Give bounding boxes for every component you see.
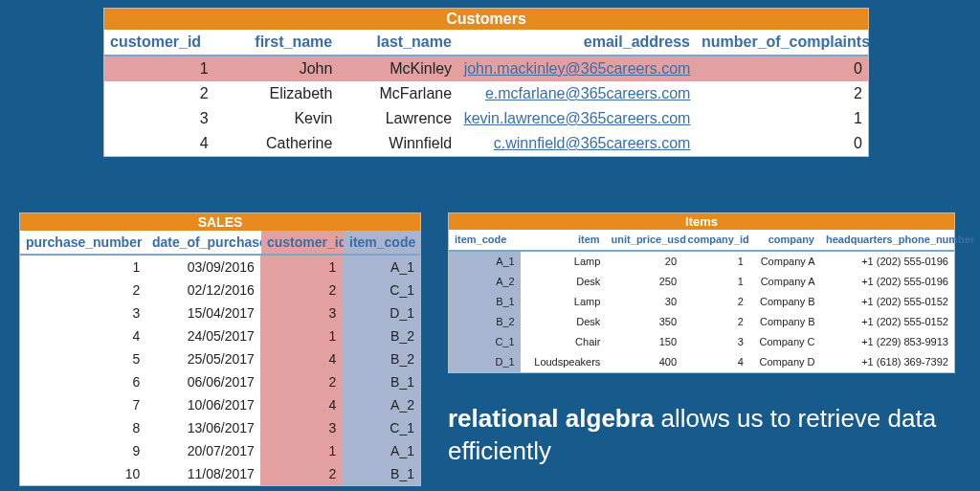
caption-bold: relational algebra	[448, 404, 654, 433]
col-hq-phone: headquarters_phone_number	[820, 230, 954, 250]
table-row: 2ElizabethMcFarlanee.mcfarlane@365career…	[104, 81, 868, 106]
cell-item: Chair	[521, 332, 607, 352]
sales-header-row: purchase_number date_of_purchase custome…	[20, 231, 420, 256]
cell-email[interactable]: john.mackinley@365careers.com	[457, 56, 696, 81]
cell-last: McFarlane	[338, 81, 457, 106]
cell-complaints: 2	[696, 81, 868, 106]
cell-phone: +1 (202) 555-0196	[821, 272, 954, 292]
cell-item: Loudspeakers	[521, 352, 607, 372]
table-row: 4CatherineWinnfieldc.winnfield@365career…	[104, 131, 868, 156]
cell-cust: 2	[260, 279, 343, 301]
cell-num: 6	[20, 370, 145, 393]
table-row: 813/06/20173C_1	[20, 416, 420, 439]
cell-item: Desk	[521, 312, 607, 332]
cell-item: C_1	[342, 279, 420, 301]
cell-code: C_1	[449, 332, 521, 352]
cell-first: John	[214, 56, 339, 81]
cell-company: Company B	[749, 312, 821, 332]
cell-num: 10	[20, 462, 145, 485]
cell-code: B_1	[449, 292, 521, 312]
cell-date: 13/06/2017	[145, 416, 259, 439]
table-row: 315/04/20173D_1	[20, 301, 420, 324]
cell-num: 3	[20, 301, 145, 324]
cell-company: Company D	[749, 352, 821, 372]
customers-header-row: customer_id first_name last_name email_a…	[104, 30, 868, 56]
cell-num: 8	[20, 416, 145, 439]
table-row: 525/05/20174B_2	[20, 347, 420, 370]
cell-cid: 2	[682, 292, 749, 312]
cell-cid: 4	[682, 352, 749, 372]
cell-cid: 1	[682, 252, 749, 272]
table-row: A_2Desk2501Company A+1 (202) 555-0196	[449, 272, 954, 292]
cell-item: D_1	[342, 301, 420, 324]
cell-item: B_1	[342, 370, 420, 393]
cell-cust: 1	[260, 324, 343, 347]
table-row: 920/07/20171A_1	[20, 439, 420, 462]
cell-company: Company C	[749, 332, 821, 352]
cell-id: 4	[104, 131, 214, 156]
cell-price: 400	[606, 352, 682, 372]
cell-date: 11/08/2017	[145, 462, 259, 485]
table-row: 606/06/20172B_1	[20, 370, 420, 393]
cell-item: B_2	[342, 324, 420, 347]
cell-id: 3	[104, 106, 214, 131]
cell-phone: +1 (229) 853-9913	[821, 332, 954, 352]
cell-num: 5	[20, 347, 145, 370]
cell-price: 350	[606, 312, 682, 332]
col-first-name: first_name	[214, 30, 339, 55]
cell-code: B_2	[449, 312, 521, 332]
items-table: Items item_code item unit_price_usd comp…	[448, 212, 955, 373]
cell-id: 2	[104, 81, 214, 106]
col-email: email_address	[457, 30, 696, 55]
cell-complaints: 1	[696, 106, 868, 131]
col-complaints: number_of_complaints	[696, 30, 868, 55]
cell-date: 10/06/2017	[145, 393, 259, 416]
col-customer-id: customer_id	[261, 231, 344, 254]
cell-code: D_1	[449, 352, 521, 372]
cell-first: Kevin	[214, 106, 339, 131]
cell-email[interactable]: c.winnfield@365careers.com	[457, 131, 696, 156]
cell-date: 25/05/2017	[145, 347, 259, 370]
cell-cust: 4	[260, 347, 343, 370]
cell-date: 02/12/2016	[145, 279, 259, 301]
cell-company: Company A	[749, 272, 821, 292]
col-item-code: item_code	[449, 230, 520, 250]
cell-last: Lawrence	[338, 106, 457, 131]
cell-item: Lamp	[521, 292, 607, 312]
cell-date: 03/09/2016	[145, 256, 259, 279]
cell-last: McKinley	[338, 56, 457, 81]
cell-date: 24/05/2017	[145, 324, 259, 347]
cell-num: 2	[20, 279, 145, 301]
cell-first: Catherine	[214, 131, 339, 156]
cell-last: Winnfield	[338, 131, 457, 156]
cell-code: A_1	[449, 252, 521, 272]
cell-cust: 2	[260, 462, 343, 485]
cell-email[interactable]: kevin.lawrence@365careers.com	[457, 106, 696, 131]
cell-phone: +1 (202) 555-0152	[821, 312, 954, 332]
cell-date: 20/07/2017	[145, 439, 259, 462]
cell-email[interactable]: e.mcfarlane@365careers.com	[457, 81, 696, 106]
cell-company: Company B	[749, 292, 821, 312]
cell-phone: +1 (202) 555-0152	[821, 292, 954, 312]
table-row: 3KevinLawrencekevin.lawrence@365careers.…	[104, 106, 868, 131]
cell-complaints: 0	[696, 56, 868, 81]
cell-phone: +1 (618) 369-7392	[821, 352, 954, 372]
cell-complaints: 0	[696, 131, 868, 156]
col-item: item	[520, 230, 605, 250]
cell-company: Company A	[749, 252, 821, 272]
cell-price: 250	[606, 272, 682, 292]
cell-cust: 2	[260, 370, 343, 393]
cell-item: Desk	[521, 272, 607, 292]
customers-title: Customers	[104, 9, 868, 30]
table-row: 103/09/20161A_1	[20, 256, 420, 279]
cell-num: 4	[20, 324, 145, 347]
cell-item: A_1	[342, 256, 420, 279]
col-customer-id: customer_id	[104, 30, 214, 55]
table-row: 710/06/20174A_2	[20, 393, 420, 416]
table-row: 1011/08/20172B_1	[20, 462, 420, 485]
cell-item: B_2	[342, 347, 420, 370]
table-row: B_1Lamp302Company B+1 (202) 555-0152	[449, 292, 954, 312]
cell-item: A_1	[342, 439, 420, 462]
cell-date: 15/04/2017	[145, 301, 259, 324]
table-row: A_1Lamp201Company A+1 (202) 555-0196	[449, 252, 954, 272]
